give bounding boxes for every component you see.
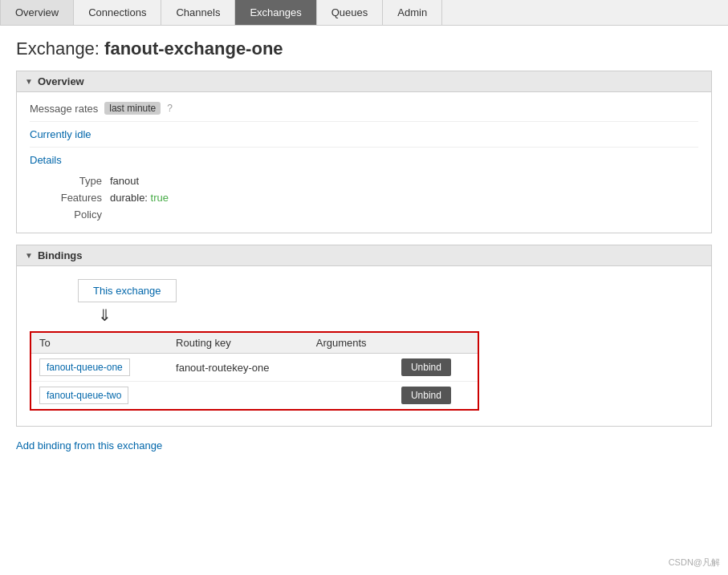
bindings-section-body: This exchange ⇓ To Routing key Arguments… <box>16 266 712 427</box>
message-rates-label: Message rates <box>30 103 98 115</box>
this-exchange-box: This exchange <box>78 279 177 302</box>
bindings-section-header[interactable]: ▼ Bindings <box>16 245 712 266</box>
page-title-label: Exchange: <box>16 38 100 59</box>
overview-section-header[interactable]: ▼ Overview <box>16 71 712 92</box>
col-to: To <box>31 333 168 354</box>
binding-to-cell: fanout-queue-one <box>31 354 168 382</box>
bindings-header-label: Bindings <box>38 249 83 261</box>
nav-item-admin[interactable]: Admin <box>383 0 442 25</box>
bindings-table-wrapper: To Routing key Arguments fanout-queue-on… <box>30 331 479 411</box>
bindings-table-header-row: To Routing key Arguments <box>31 333 478 354</box>
nav-item-exchanges[interactable]: Exchanges <box>235 0 316 25</box>
durable-label: durable: <box>110 192 148 204</box>
queue-name-box[interactable]: fanout-queue-two <box>39 387 128 404</box>
question-mark[interactable]: ? <box>167 103 173 114</box>
overview-header-label: Overview <box>38 75 84 87</box>
nav-item-channels[interactable]: Channels <box>161 0 235 25</box>
top-navigation: OverviewConnectionsChannelsExchangesQueu… <box>0 0 728 26</box>
bindings-collapse-icon: ▼ <box>25 251 33 260</box>
overview-collapse-icon: ▼ <box>25 77 33 86</box>
last-minute-badge[interactable]: last minute <box>104 102 161 115</box>
details-grid: Type fanout Features durable: true Polic… <box>38 172 698 223</box>
features-value: durable: true <box>110 189 698 206</box>
page-title: Exchange: fanout-exchange-one <box>16 38 712 59</box>
binding-to-cell: fanout-queue-two <box>31 382 168 410</box>
nav-item-queues[interactable]: Queues <box>317 0 384 25</box>
binding-action-cell: Unbind <box>393 382 478 410</box>
col-routing-key: Routing key <box>168 333 308 354</box>
bindings-table: To Routing key Arguments fanout-queue-on… <box>31 333 478 409</box>
binding-routing-key-cell <box>168 382 308 410</box>
nav-item-overview[interactable]: Overview <box>0 0 74 25</box>
binding-arguments-cell <box>308 382 393 410</box>
main-content: Exchange: fanout-exchange-one ▼ Overview… <box>0 26 728 464</box>
down-arrow-icon: ⇓ <box>98 306 698 325</box>
nav-item-connections[interactable]: Connections <box>74 0 161 25</box>
unbind-button[interactable]: Unbind <box>401 358 451 376</box>
queue-name-box[interactable]: fanout-queue-one <box>39 358 130 376</box>
binding-routing-key-cell: fanout-routekey-one <box>168 354 308 382</box>
table-row: fanout-queue-onefanout-routekey-oneUnbin… <box>31 354 478 382</box>
policy-key: Policy <box>38 206 110 223</box>
col-arguments: Arguments <box>308 333 393 354</box>
details-label: Details <box>30 154 698 166</box>
type-value: fanout <box>110 172 698 189</box>
durable-true-value: true <box>151 192 169 204</box>
type-key: Type <box>38 172 110 189</box>
message-rates-row: Message rates last minute ? <box>30 102 698 122</box>
policy-value <box>110 206 698 223</box>
overview-section-body: Message rates last minute ? Currently id… <box>16 92 712 233</box>
features-key: Features <box>38 189 110 206</box>
binding-arguments-cell <box>308 354 393 382</box>
col-action <box>393 333 478 354</box>
unbind-button[interactable]: Unbind <box>401 387 451 404</box>
binding-action-cell: Unbind <box>393 354 478 382</box>
table-row: fanout-queue-twoUnbind <box>31 382 478 410</box>
page-title-value: fanout-exchange-one <box>104 38 283 59</box>
currently-idle-text: Currently idle <box>30 128 698 148</box>
add-binding-link[interactable]: Add binding from this exchange <box>16 439 162 451</box>
